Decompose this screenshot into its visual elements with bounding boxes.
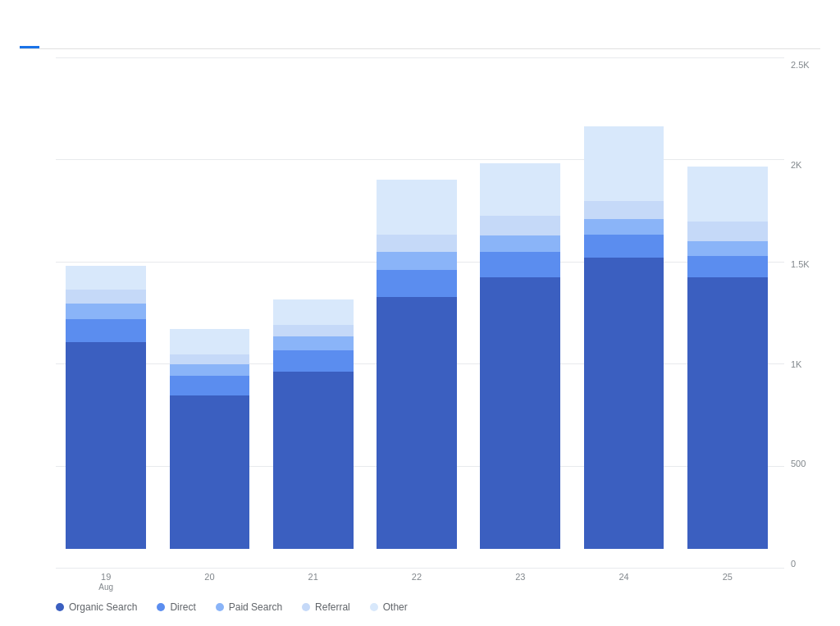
- bar-segment-organic: [687, 277, 768, 549]
- bar-segment-paid: [170, 364, 250, 376]
- bar-segment-direct: [584, 235, 664, 258]
- bar-segment-direct: [273, 350, 354, 372]
- y-axis-value: 2K: [791, 161, 820, 170]
- bar-segment-paid: [66, 304, 146, 319]
- tab-source-medium[interactable]: [59, 30, 79, 48]
- chart-area: 19Aug202122232425 05001K1.5K2K2.5K Organ…: [20, 57, 820, 613]
- bar-stack: [480, 163, 560, 549]
- bar-segment-referral: [480, 216, 560, 235]
- bar-group: [56, 57, 156, 549]
- bar-segment-other: [66, 266, 146, 290]
- y-axis: [20, 57, 56, 592]
- bar-segment-organic: [170, 395, 250, 549]
- legend-dot-paid: [216, 603, 224, 611]
- y-axis-value: 1K: [791, 360, 820, 369]
- legend-dot-referral: [302, 603, 310, 611]
- y-axis-value: 1.5K: [791, 260, 820, 269]
- bar-segment-other: [377, 180, 457, 235]
- bar-segment-organic: [377, 297, 457, 549]
- chart-wrapper: 19Aug202122232425 05001K1.5K2K2.5K: [20, 57, 820, 592]
- y-axis-value: 2.5K: [791, 61, 820, 70]
- bar-stack: [584, 126, 664, 549]
- bar-segment-other: [480, 163, 560, 215]
- legend-item-organic: Organic Search: [56, 601, 137, 613]
- legend-label: Direct: [170, 601, 195, 613]
- tab-traffic-channel[interactable]: [20, 30, 39, 48]
- bar-segment-direct: [687, 256, 768, 277]
- bar-group: [470, 57, 570, 549]
- legend: Organic SearchDirectPaid SearchReferralO…: [20, 592, 820, 613]
- bar-segment-other: [687, 167, 768, 222]
- bar-segment-organic: [584, 258, 664, 549]
- bar-stack: [377, 180, 457, 549]
- bar-group: [367, 57, 467, 549]
- bar-segment-other: [273, 299, 354, 325]
- x-labels: 19Aug202122232425: [56, 572, 784, 592]
- bar-segment-paid: [584, 219, 664, 235]
- legend-label: Organic Search: [69, 601, 137, 613]
- bar-group: [678, 57, 778, 549]
- legend-dot-organic: [56, 603, 64, 611]
- bar-segment-organic: [66, 342, 146, 549]
- legend-dot-other: [370, 603, 378, 611]
- x-axis-label: 20: [159, 572, 259, 592]
- bar-group: [263, 57, 363, 549]
- bar-segment-paid: [273, 336, 354, 350]
- legend-item-paid: Paid Search: [216, 601, 282, 613]
- main-container: 19Aug202122232425 05001K1.5K2K2.5K Organ…: [0, 0, 840, 626]
- y-axis-value: 500: [791, 459, 820, 468]
- tabs-container: [20, 30, 820, 49]
- bar-segment-organic: [273, 372, 354, 549]
- bar-segment-referral: [66, 290, 146, 304]
- x-axis-label: 21: [263, 572, 363, 592]
- bar-stack: [170, 329, 250, 549]
- bar-segment-direct: [170, 376, 250, 395]
- bar-stack: [687, 167, 768, 549]
- bar-segment-direct: [377, 270, 457, 298]
- bar-group: [159, 57, 259, 549]
- bar-segment-paid: [687, 241, 768, 256]
- bar-segment-referral: [377, 235, 457, 253]
- legend-item-referral: Referral: [302, 601, 350, 613]
- legend-dot-direct: [157, 603, 165, 611]
- bars-area: [56, 57, 784, 572]
- bar-segment-referral: [584, 201, 664, 219]
- bar-segment-referral: [687, 222, 768, 241]
- tab-referrals[interactable]: [98, 30, 118, 48]
- x-axis-label: 22: [367, 572, 467, 592]
- bar-segment-direct: [480, 252, 560, 277]
- bar-segment-organic: [480, 277, 560, 549]
- legend-item-other: Other: [370, 601, 408, 613]
- bar-segment-paid: [480, 235, 560, 252]
- x-axis-label: 23: [470, 572, 570, 592]
- legend-label: Other: [383, 601, 408, 613]
- x-axis-label: 24: [573, 572, 673, 592]
- y-axis-value: 0: [791, 560, 820, 569]
- legend-label: Referral: [315, 601, 350, 613]
- x-axis-label: 19Aug: [56, 572, 156, 592]
- bar-stack: [273, 299, 354, 549]
- bar-stack: [66, 266, 146, 549]
- x-axis-label: 25: [678, 572, 778, 592]
- legend-label: Paid Search: [229, 601, 282, 613]
- bar-segment-direct: [66, 319, 146, 343]
- bar-group: [573, 57, 673, 549]
- y-axis-right: 05001K1.5K2K2.5K: [784, 57, 820, 592]
- chart-plot: 19Aug202122232425: [56, 57, 784, 592]
- bar-segment-other: [584, 126, 664, 201]
- bar-segment-referral: [170, 354, 250, 364]
- bar-segment-referral: [273, 325, 354, 336]
- legend-item-direct: Direct: [157, 601, 195, 613]
- bar-segment-paid: [377, 252, 457, 270]
- bar-segment-other: [170, 329, 250, 354]
